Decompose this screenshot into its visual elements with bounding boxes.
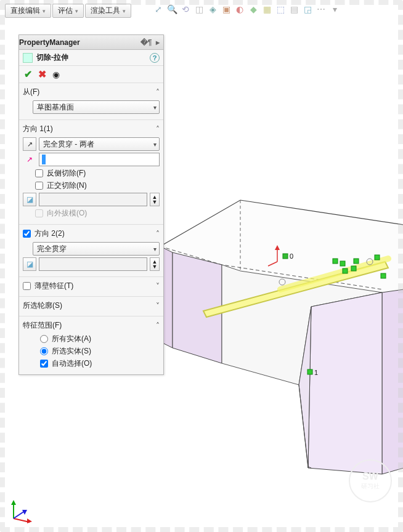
chevron-up-icon: ˄ [156, 321, 160, 330]
svg-rect-8 [351, 266, 356, 271]
chevron-down-icon: ▾ [43, 8, 46, 14]
section-dir2-header[interactable]: 方向 2(2) ˄ [23, 227, 160, 240]
section-contours-header[interactable]: 所选轮廓(S) ˅ [23, 299, 160, 312]
chevron-up-icon: ˄ [156, 88, 160, 97]
flip-side-checkbox[interactable] [35, 169, 43, 177]
section-thin-header[interactable]: 薄壁特征(T) ˅ [23, 280, 160, 292]
menu-direct-edit[interactable]: 直接编辑▾ [5, 4, 51, 18]
draft-icon[interactable]: ◪ [23, 257, 36, 271]
pushpin-icon[interactable]: �¶ [140, 38, 152, 47]
svg-rect-7 [343, 268, 348, 273]
cut-extrude-icon [23, 53, 33, 63]
pm-title: PropertyManager [19, 38, 80, 47]
toolbar-icon[interactable]: ▤ [288, 4, 299, 15]
svg-rect-4 [283, 254, 288, 259]
svg-text:1: 1 [314, 369, 318, 376]
help-icon[interactable]: ? [150, 53, 160, 63]
svg-rect-10 [375, 255, 380, 260]
draft-spinner[interactable]: ▲▼ [150, 257, 160, 271]
property-manager-panel: PropertyManager �¶ ▸ 切除-拉伸 ? ✔ ✖ ◉ 从(F) … [18, 34, 164, 375]
svg-rect-9 [354, 259, 359, 264]
section-view-icon[interactable]: ◫ [193, 4, 205, 15]
zoom-fit-icon[interactable]: ⤢ [153, 4, 164, 15]
apply-scene-icon[interactable]: ▦ [261, 4, 272, 15]
display-style-icon[interactable]: ▣ [221, 4, 232, 15]
chevron-down-icon: ▾ [75, 8, 78, 14]
dir2-enable-checkbox[interactable] [23, 230, 31, 238]
scope-auto-select-checkbox[interactable] [40, 360, 48, 368]
chevron-down-icon: ˅ [156, 302, 160, 310]
chevron-down-icon: ▾ [123, 8, 126, 14]
section-from-header[interactable]: 从(F) ˄ [23, 86, 160, 99]
axis-triad[interactable] [9, 499, 33, 523]
draft-outward-checkbox [35, 209, 43, 217]
thin-feature-checkbox[interactable] [23, 282, 31, 290]
toolbar-icon[interactable]: ⋯ [315, 4, 327, 15]
menu-bar: 直接编辑▾ 评估▾ 渲染工具▾ [5, 4, 131, 18]
pm-header: PropertyManager �¶ ▸ [19, 35, 163, 50]
svg-line-20 [14, 511, 25, 518]
chevron-up-icon: ˄ [156, 125, 160, 134]
cancel-button[interactable]: ✖ [38, 68, 46, 80]
watermark: SW 研习社 [349, 459, 392, 502]
menu-evaluate[interactable]: 评估▾ [52, 4, 84, 18]
menu-render-tools[interactable]: 渲染工具▾ [85, 4, 131, 18]
chevron-down-icon: ˅ [156, 282, 160, 291]
scope-all-bodies-radio[interactable] [40, 335, 48, 343]
hide-show-icon[interactable]: ◐ [234, 4, 245, 15]
draft-spinner[interactable]: ▲▼ [150, 193, 160, 206]
svg-marker-17 [11, 500, 16, 505]
view-settings-icon[interactable]: ⬚ [275, 4, 286, 15]
normal-cut-checkbox[interactable] [35, 182, 43, 190]
detailed-preview-icon[interactable]: ◉ [52, 70, 60, 79]
svg-rect-5 [333, 259, 338, 264]
toolbar-icon[interactable]: ◲ [302, 4, 313, 15]
section-dir1-header[interactable]: 方向 1(1) ˄ [23, 123, 160, 135]
edit-appearance-icon[interactable]: ◆ [248, 4, 259, 15]
zoom-previous-icon[interactable]: ⟲ [180, 4, 191, 15]
reverse-direction-button[interactable]: ↗ [23, 137, 36, 151]
scope-selected-bodies-radio[interactable] [40, 347, 48, 355]
zoom-area-icon[interactable]: 🔍 [166, 4, 177, 15]
model-geometry [160, 200, 403, 474]
dir1-draft-input[interactable] [39, 193, 147, 206]
dir1-end-condition-dropdown[interactable]: 完全贯穿 - 两者 [39, 137, 160, 151]
svg-marker-19 [27, 518, 32, 523]
draft-icon[interactable]: ◪ [23, 193, 36, 206]
view-orientation-icon[interactable]: ◈ [207, 4, 218, 15]
svg-text:0: 0 [290, 252, 293, 260]
chevron-up-icon: ˄ [156, 230, 160, 238]
flyout-arrow-icon[interactable]: ▸ [152, 38, 163, 47]
dir2-end-condition-dropdown[interactable]: 完全贯穿 [33, 242, 160, 256]
dir1-direction-input[interactable] [39, 153, 160, 166]
svg-rect-6 [340, 261, 345, 266]
direction-vector-icon: ↗ [23, 155, 36, 164]
from-start-condition-dropdown[interactable]: 草图基准面 [33, 100, 160, 114]
feature-name: 切除-拉伸 [36, 52, 68, 63]
svg-rect-14 [307, 369, 312, 374]
svg-rect-11 [381, 273, 386, 278]
ok-button[interactable]: ✔ [24, 68, 32, 80]
section-scope-header[interactable]: 特征范围(F) ˄ [23, 319, 160, 332]
toolbar-icon[interactable]: ▾ [329, 4, 340, 15]
dir2-draft-input[interactable] [39, 257, 147, 271]
view-toolbar: ⤢ 🔍 ⟲ ◫ ◈ ▣ ◐ ◆ ▦ ⬚ ▤ ◲ ⋯ ▾ [153, 4, 340, 15]
